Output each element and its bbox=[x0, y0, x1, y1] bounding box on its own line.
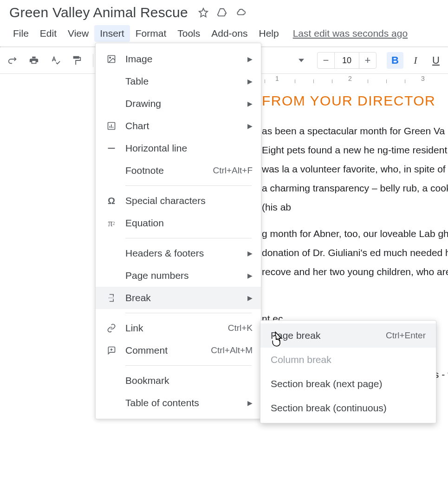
bold-button[interactable]: B bbox=[387, 52, 403, 69]
drive-icon[interactable]: + bbox=[217, 7, 227, 18]
ruler-mark: 2 bbox=[348, 75, 352, 82]
submenu-item-label: Column break bbox=[271, 354, 426, 365]
pi-icon: π2 bbox=[105, 217, 118, 229]
submenu-item-page-break[interactable]: Page break Ctrl+Enter bbox=[260, 323, 436, 348]
menu-format[interactable]: Format bbox=[130, 25, 172, 42]
separator bbox=[93, 54, 93, 67]
menu-item-special-characters[interactable]: Ω Special characters bbox=[96, 190, 261, 212]
page-break-icon bbox=[105, 292, 118, 303]
italic-button[interactable]: I bbox=[407, 52, 424, 69]
chevron-right-icon: ▶ bbox=[247, 100, 253, 107]
star-icon[interactable] bbox=[198, 7, 208, 18]
menu-separator bbox=[125, 185, 252, 186]
menu-tools[interactable]: Tools bbox=[172, 25, 206, 42]
comment-icon bbox=[105, 345, 118, 356]
chevron-right-icon: ▶ bbox=[247, 399, 253, 407]
menu-item-label: Chart bbox=[125, 120, 244, 132]
ruler-mark: 3 bbox=[421, 75, 425, 82]
submenu-item-label: Section break (continuous) bbox=[271, 402, 426, 414]
redo-icon[interactable] bbox=[4, 53, 21, 68]
last-edit-link[interactable]: Last edit was seconds ago bbox=[293, 28, 408, 39]
menu-item-footnote[interactable]: Footnote Ctrl+Alt+F bbox=[96, 159, 261, 182]
menu-item-label: Comment bbox=[125, 345, 211, 356]
insert-menu-dropdown: Image ▶ Table ▶ Drawing ▶ Chart ▶ Horizo… bbox=[95, 43, 261, 419]
menu-file[interactable]: File bbox=[7, 25, 34, 42]
menu-view[interactable]: View bbox=[62, 25, 94, 42]
document-title[interactable]: Green Valley Animal Rescue bbox=[9, 5, 188, 20]
chevron-right-icon: ▶ bbox=[247, 122, 253, 130]
menu-item-equation[interactable]: π2 Equation bbox=[96, 212, 261, 234]
menu-item-label: Image bbox=[125, 53, 244, 65]
menu-item-label: Break bbox=[125, 292, 244, 303]
menu-item-table-of-contents[interactable]: Table of contents ▶ bbox=[96, 392, 261, 414]
chevron-right-icon: ▶ bbox=[247, 250, 253, 257]
svg-point-2 bbox=[110, 57, 111, 59]
submenu-item-label: Page break bbox=[271, 330, 386, 341]
menu-item-table[interactable]: Table ▶ bbox=[96, 70, 261, 92]
menu-separator bbox=[125, 238, 252, 238]
chevron-right-icon: ▶ bbox=[247, 294, 253, 302]
menu-item-label: Headers & footers bbox=[125, 248, 244, 259]
paint-format-icon[interactable] bbox=[68, 53, 85, 68]
spellcheck-icon[interactable] bbox=[46, 53, 64, 68]
omega-icon: Ω bbox=[105, 195, 118, 206]
submenu-item-column-break: Column break bbox=[260, 348, 436, 372]
menu-item-headers-footers[interactable]: Headers & footers ▶ bbox=[96, 242, 261, 264]
chevron-right-icon: ▶ bbox=[247, 55, 253, 63]
font-size-group: − 10 + bbox=[317, 52, 377, 69]
font-dropdown[interactable] bbox=[294, 56, 309, 65]
menu-item-label: Page numbers bbox=[125, 270, 244, 281]
menu-item-label: Table bbox=[125, 76, 244, 87]
menu-separator bbox=[125, 365, 252, 366]
menu-shortcut: Ctrl+Alt+M bbox=[211, 345, 253, 356]
chevron-right-icon: ▶ bbox=[247, 272, 253, 279]
menu-shortcut: Ctrl+K bbox=[228, 323, 253, 333]
cloud-icon[interactable] bbox=[235, 7, 246, 18]
menu-help[interactable]: Help bbox=[253, 25, 284, 42]
doc-heading: FROM YOUR DIRECTOR bbox=[262, 93, 448, 109]
pointer-cursor-icon bbox=[270, 331, 284, 349]
chart-icon bbox=[105, 120, 118, 132]
menu-edit[interactable]: Edit bbox=[34, 25, 62, 42]
menu-item-drawing[interactable]: Drawing ▶ bbox=[96, 92, 261, 115]
menu-addons[interactable]: Add-ons bbox=[206, 25, 253, 42]
menu-item-label: Equation bbox=[125, 217, 253, 229]
menu-item-label: Drawing bbox=[125, 98, 244, 109]
menu-item-chart[interactable]: Chart ▶ bbox=[96, 115, 261, 137]
menu-item-label: Footnote bbox=[125, 165, 213, 176]
increase-font-button[interactable]: + bbox=[359, 53, 376, 68]
ruler-mark: 1 bbox=[275, 75, 279, 82]
font-size-input[interactable]: 10 bbox=[334, 53, 359, 68]
menu-item-label: Link bbox=[125, 323, 228, 334]
menu-item-label: Table of contents bbox=[125, 397, 244, 409]
menu-item-label: Special characters bbox=[125, 195, 253, 206]
submenu-item-section-break-continuous[interactable]: Section break (continuous) bbox=[260, 396, 436, 420]
svg-text:+: + bbox=[224, 12, 226, 16]
menu-shortcut: Ctrl+Enter bbox=[386, 330, 426, 341]
submenu-item-section-break-next[interactable]: Section break (next page) bbox=[260, 372, 436, 396]
link-icon bbox=[105, 323, 118, 334]
menu-insert[interactable]: Insert bbox=[94, 25, 130, 42]
menu-item-break[interactable]: Break ▶ bbox=[96, 287, 261, 309]
menu-item-comment[interactable]: Comment Ctrl+Alt+M bbox=[96, 339, 261, 362]
menu-item-bookmark[interactable]: Bookmark bbox=[96, 369, 261, 392]
submenu-item-label: Section break (next page) bbox=[271, 378, 426, 389]
break-submenu: Page break Ctrl+Enter Column break Secti… bbox=[260, 320, 436, 423]
print-icon[interactable] bbox=[25, 53, 43, 68]
menu-item-label: Bookmark bbox=[125, 375, 253, 386]
menu-item-link[interactable]: Link Ctrl+K bbox=[96, 317, 261, 339]
decrease-font-button[interactable]: − bbox=[318, 53, 334, 68]
menu-item-page-numbers[interactable]: Page numbers ▶ bbox=[96, 264, 261, 287]
menu-item-image[interactable]: Image ▶ bbox=[96, 48, 261, 70]
menu-item-horizontal-line[interactable]: Horizontal line bbox=[96, 137, 261, 159]
menu-shortcut: Ctrl+Alt+F bbox=[213, 165, 253, 176]
menu-separator bbox=[125, 313, 252, 313]
underline-button[interactable]: U bbox=[428, 52, 444, 69]
chevron-right-icon: ▶ bbox=[247, 78, 253, 85]
image-icon bbox=[105, 53, 118, 65]
menu-item-label: Horizontal line bbox=[125, 143, 253, 154]
horizontal-line-icon bbox=[105, 143, 118, 154]
